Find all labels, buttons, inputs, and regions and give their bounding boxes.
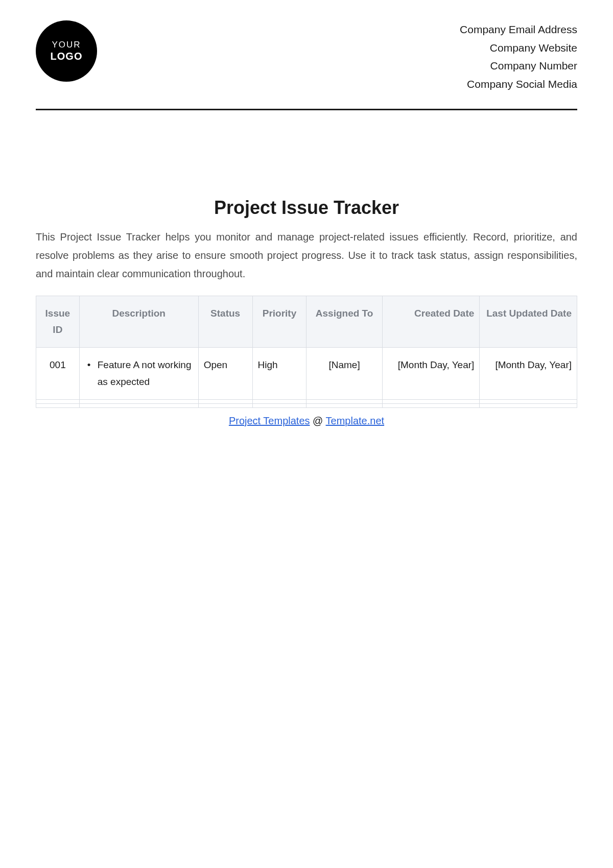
footer-link-templatenet[interactable]: Template.net bbox=[326, 415, 385, 426]
footer-separator: @ bbox=[310, 415, 326, 426]
table-row: 001 Feature A not working as expected Op… bbox=[36, 348, 577, 400]
table-empty-row bbox=[36, 403, 577, 407]
description-paragraph: This Project Issue Tracker helps you mon… bbox=[36, 228, 577, 283]
header-last-updated: Last Updated Date bbox=[480, 296, 577, 348]
document-header: YOUR LOGO Company Email Address Company … bbox=[36, 20, 577, 110]
header-priority: Priority bbox=[252, 296, 306, 348]
table-empty-row bbox=[36, 399, 577, 403]
table-header-row: Issue ID Description Status Priority Ass… bbox=[36, 296, 577, 348]
company-email: Company Email Address bbox=[460, 20, 577, 39]
cell-assigned-to: [Name] bbox=[306, 348, 382, 400]
header-issue-id: Issue ID bbox=[36, 296, 80, 348]
company-info-block: Company Email Address Company Website Co… bbox=[460, 20, 577, 93]
footer: Project Templates @ Template.net bbox=[36, 415, 577, 427]
logo-text-line1: YOUR bbox=[52, 40, 81, 50]
header-status: Status bbox=[198, 296, 252, 348]
cell-created-date: [Month Day, Year] bbox=[382, 348, 480, 400]
cell-priority: High bbox=[252, 348, 306, 400]
header-assigned-to: Assigned To bbox=[306, 296, 382, 348]
header-created-date: Created Date bbox=[382, 296, 480, 348]
header-description: Description bbox=[79, 296, 198, 348]
company-social: Company Social Media bbox=[460, 75, 577, 93]
logo-text-line2: LOGO bbox=[51, 50, 83, 62]
company-number: Company Number bbox=[460, 57, 577, 75]
logo-container: YOUR LOGO bbox=[36, 20, 97, 82]
footer-link-templates[interactable]: Project Templates bbox=[229, 415, 310, 426]
cell-issue-id: 001 bbox=[36, 348, 80, 400]
logo-placeholder: YOUR LOGO bbox=[36, 20, 97, 82]
cell-description: Feature A not working as expected bbox=[79, 348, 198, 400]
company-website: Company Website bbox=[460, 39, 577, 57]
issue-tracker-table: Issue ID Description Status Priority Ass… bbox=[36, 296, 577, 408]
page-title: Project Issue Tracker bbox=[36, 197, 577, 219]
cell-last-updated: [Month Day, Year] bbox=[480, 348, 577, 400]
description-bullet-item: Feature A not working as expected bbox=[87, 357, 193, 390]
cell-status: Open bbox=[198, 348, 252, 400]
